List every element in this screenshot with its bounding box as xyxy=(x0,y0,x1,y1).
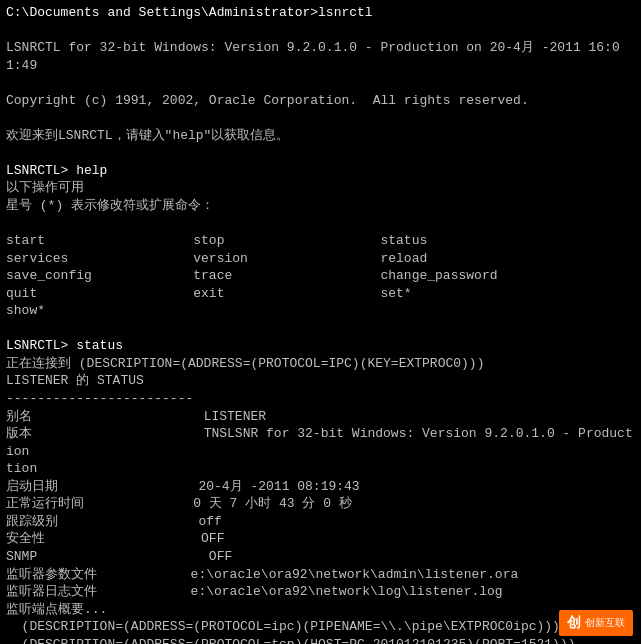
terminal-line: 监听器参数文件 e:\oracle\ora92\network\admin\li… xyxy=(6,566,635,584)
terminal-line xyxy=(6,22,635,40)
terminal-line: 以下操作可用 xyxy=(6,179,635,197)
terminal-line: start stop status xyxy=(6,232,635,250)
terminal-line: ------------------------ xyxy=(6,390,635,408)
terminal-line: 监听端点概要... xyxy=(6,601,635,619)
terminal-line: C:\Documents and Settings\Administrator>… xyxy=(6,4,635,22)
terminal-line: 版本 TNSLSNR for 32-bit Windows: Version 9… xyxy=(6,425,635,460)
watermark-text: 创新互联 xyxy=(585,616,625,630)
terminal-line: 正常运行时间 0 天 7 小时 43 分 0 秒 xyxy=(6,495,635,513)
watermark: 创 创新互联 xyxy=(559,610,633,636)
terminal-line: 星号 (*) 表示修改符或扩展命令： xyxy=(6,197,635,215)
terminal-line: 正在连接到 (DESCRIPTION=(ADDRESS=(PROTOCOL=IP… xyxy=(6,355,635,373)
terminal-line: services version reload xyxy=(6,250,635,268)
terminal-line: (DESCRIPTION=(ADDRESS=(PROTOCOL=ipc)(PIP… xyxy=(6,618,635,636)
terminal-line: 别名 LISTENER xyxy=(6,408,635,426)
terminal-line: 欢迎来到LSNRCTL，请键入"help"以获取信息。 xyxy=(6,127,635,145)
terminal-line: Copyright (c) 1991, 2002, Oracle Corpora… xyxy=(6,92,635,110)
terminal-line: LISTENER 的 STATUS xyxy=(6,372,635,390)
terminal-line xyxy=(6,320,635,338)
terminal-line: quit exit set* xyxy=(6,285,635,303)
terminal-line: LSNRCTL> status xyxy=(6,337,635,355)
terminal-line: 安全性 OFF xyxy=(6,530,635,548)
terminal-window[interactable]: C:\Documents and Settings\Administrator>… xyxy=(0,0,641,644)
terminal-line xyxy=(6,215,635,233)
terminal-line: tion xyxy=(6,460,635,478)
terminal-line: save_config trace change_password xyxy=(6,267,635,285)
terminal-line: show* xyxy=(6,302,635,320)
terminal-line: LSNRCTL> help xyxy=(6,162,635,180)
terminal-line: 跟踪级别 off xyxy=(6,513,635,531)
terminal-line: 监听器日志文件 e:\oracle\ora92\network\log\list… xyxy=(6,583,635,601)
terminal-line: (DESCRIPTION=(ADDRESS=(PROTOCOL=tcp)(HOS… xyxy=(6,636,635,644)
terminal-line: SNMP OFF xyxy=(6,548,635,566)
watermark-icon: 创 xyxy=(567,614,581,632)
terminal-line xyxy=(6,144,635,162)
terminal-line: 启动日期 20-4月 -2011 08:19:43 xyxy=(6,478,635,496)
terminal-line: LSNRCTL for 32-bit Windows: Version 9.2.… xyxy=(6,39,635,74)
terminal-line xyxy=(6,74,635,92)
terminal-line xyxy=(6,109,635,127)
